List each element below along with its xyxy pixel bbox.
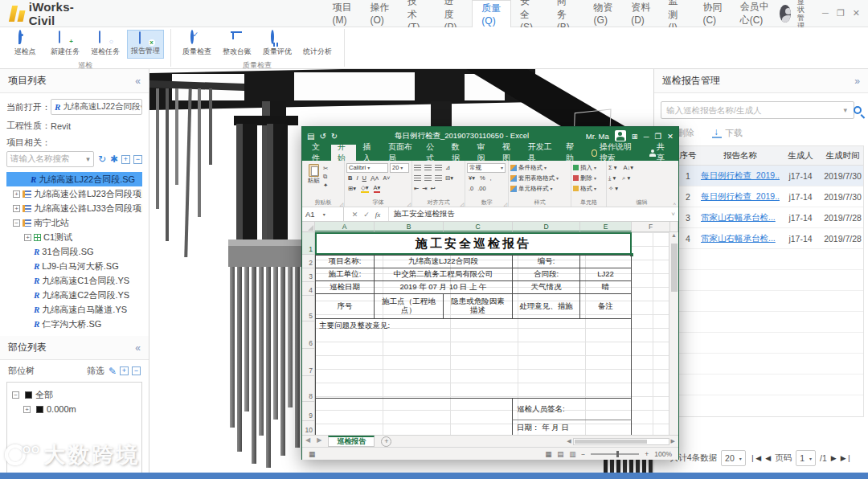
page-layout-view-icon[interactable]: ▤: [557, 450, 563, 458]
checkbox-checked-icon[interactable]: [25, 391, 32, 399]
zoom-in-icon[interactable]: +: [645, 450, 649, 458]
btn-inspection-task[interactable]: ◌巡检任务: [87, 30, 124, 59]
menu-tech[interactable]: 技术(T): [399, 0, 435, 27]
align-bottom-icon[interactable]: [435, 165, 442, 171]
excel-menu-pagelayout[interactable]: 页面布局: [382, 145, 420, 161]
align-left-icon[interactable]: [414, 175, 421, 182]
font-size-select[interactable]: 20: [390, 163, 409, 173]
align-top-icon[interactable]: [414, 165, 421, 171]
autosum-icon[interactable]: Σ ▾: [608, 164, 617, 171]
page-size-select[interactable]: 20: [721, 450, 746, 466]
font-color-icon[interactable]: A▾: [374, 184, 381, 193]
btn-new-task[interactable]: +新建任务: [47, 30, 84, 59]
report-row[interactable]: 1 每日例行检查_2019... j17-14 2019/7/30: [659, 166, 863, 186]
align-middle-icon[interactable]: [424, 165, 432, 171]
fill-color-icon[interactable]: ◇▾: [361, 184, 369, 193]
tree-item-project[interactable]: +九绵高速公路LJ33合同段项目部: [6, 201, 142, 215]
zoom-out-icon[interactable]: −: [581, 450, 585, 458]
excel-avatar[interactable]: [615, 130, 626, 141]
report-link[interactable]: 每日例行检查_2019...: [701, 170, 780, 180]
expander-icon[interactable]: +: [24, 234, 31, 241]
column-headers[interactable]: A B C D E F: [302, 222, 678, 232]
btn-report-manage[interactable]: x报告管理: [127, 30, 164, 59]
menu-document[interactable]: 资料(D): [622, 0, 659, 27]
expand-all-icon[interactable]: +: [120, 366, 129, 375]
menu-member-center[interactable]: 会员中心(C): [731, 0, 780, 27]
btn-quality-check[interactable]: 质量检查: [178, 30, 215, 59]
currency-icon[interactable]: ¥▾: [469, 174, 475, 182]
ribbon-display-icon[interactable]: ⊞: [632, 132, 638, 141]
filter-label[interactable]: 筛选: [87, 365, 104, 377]
expander-icon[interactable]: +: [13, 190, 20, 198]
share-button[interactable]: 共享: [643, 145, 675, 161]
align-right-icon[interactable]: [435, 175, 442, 182]
tree-item-project[interactable]: R九绵高速LJ22合同段.SG: [6, 172, 142, 186]
dialog-launcher-icon[interactable]: ◿: [460, 201, 464, 207]
report-row[interactable]: 2 每日例行检查_2019... j17-14 2019/7/30: [659, 186, 863, 207]
fx-icon[interactable]: fx: [375, 211, 381, 219]
format-cells-button[interactable]: 格式: [580, 185, 592, 193]
comma-icon[interactable]: ,: [490, 174, 492, 182]
format-table-button[interactable]: 套用表格格式: [518, 174, 555, 182]
scroll-thumb[interactable]: [671, 244, 678, 292]
excel-menu-review[interactable]: 审阅: [470, 145, 496, 161]
page-select[interactable]: 1: [796, 450, 816, 466]
refresh-icon[interactable]: ↻: [98, 154, 106, 165]
close-icon[interactable]: ✕: [667, 132, 674, 141]
menu-progress[interactable]: 进度(P): [436, 0, 473, 27]
horizontal-scrollbar[interactable]: [573, 438, 669, 445]
expander-icon[interactable]: +: [23, 406, 31, 413]
user-avatar[interactable]: [780, 5, 791, 23]
report-link[interactable]: 雷家山右幅承台检...: [701, 212, 776, 222]
decimal-increase-icon[interactable]: .0: [469, 185, 473, 192]
collapse-left-icon[interactable]: [135, 342, 141, 354]
conditional-format-button[interactable]: 条件格式: [518, 164, 542, 172]
hscroll-left-icon[interactable]: ◀: [567, 438, 571, 444]
tree-item-project[interactable]: R仁字沟大桥.SG: [6, 317, 142, 331]
close-icon[interactable]: ✕: [853, 8, 860, 18]
cancel-icon[interactable]: ✕: [352, 211, 358, 219]
edit-icon[interactable]: ✎: [108, 366, 117, 377]
undo-icon[interactable]: ↺: [319, 132, 326, 141]
formula-expand-icon[interactable]: ˅: [671, 211, 678, 218]
menu-collab[interactable]: 协同(C): [694, 0, 731, 27]
restore-icon[interactable]: ❐: [837, 8, 845, 18]
next-page-icon[interactable]: ▶: [831, 454, 837, 462]
save-icon[interactable]: ▤: [307, 132, 314, 141]
macro-record-icon[interactable]: ▦: [309, 450, 315, 458]
btn-quality-award[interactable]: 质量评优: [259, 30, 296, 59]
collapse-ribbon-icon[interactable]: ˄: [673, 202, 676, 207]
current-project-select[interactable]: R 九绵高速LJ22合同段: [51, 99, 142, 115]
excel-menu-insert[interactable]: 插入: [356, 145, 382, 161]
sort-filter-icon[interactable]: A↓▾: [624, 164, 634, 171]
expander-icon[interactable]: −: [13, 219, 20, 227]
tree-item-project[interactable]: R九绵高速C2合同段.YS: [6, 288, 142, 302]
btn-statistics[interactable]: 统计分析: [299, 30, 336, 59]
format-painter-icon[interactable]: ✦: [323, 182, 328, 189]
zoom-slider[interactable]: [591, 453, 639, 455]
tree-item-project[interactable]: R九绵高速C1合同段.YS: [6, 273, 142, 288]
sheet-tab[interactable]: 巡检报告: [328, 436, 375, 447]
download-button[interactable]: 下载: [712, 127, 743, 139]
cell-styles-button[interactable]: 单元格样式: [518, 185, 549, 193]
clear-icon[interactable]: ✧ ▾: [608, 185, 618, 192]
tree-item-project[interactable]: R九绵高速白马隧道.YS: [6, 302, 142, 317]
formula-value[interactable]: 施工安全巡检报告: [389, 209, 455, 219]
report-link[interactable]: 每日例行检查_2019...: [701, 191, 780, 201]
sheet-cells[interactable]: 施工安全巡检报告 项目名称: 九绵高速LJ22合同段 编号: 施工单位: 中交第…: [315, 232, 669, 435]
font-grow-icon[interactable]: A˄: [371, 174, 379, 182]
insert-cells-button[interactable]: 插入: [580, 164, 592, 172]
menu-safety[interactable]: 安全(S): [511, 0, 548, 27]
dialog-launcher-icon[interactable]: ◿: [407, 201, 411, 207]
enter-icon[interactable]: ✓: [363, 211, 370, 219]
tree-item-project[interactable]: −南宁北站: [6, 215, 142, 230]
indent-decrease-icon[interactable]: ⇤: [414, 185, 419, 192]
excel-menu-formulas[interactable]: 公式: [420, 145, 445, 161]
collapse-left-icon[interactable]: [135, 76, 141, 87]
fill-icon[interactable]: ⤓ ▾: [608, 174, 616, 182]
report-search-input[interactable]: [661, 101, 854, 119]
project-search-select[interactable]: 请输入名称搜索: [6, 151, 94, 167]
select-all-corner[interactable]: [302, 222, 315, 231]
underline-button[interactable]: U: [362, 174, 366, 182]
tree-item-project[interactable]: R31合同段.SG: [6, 244, 142, 259]
